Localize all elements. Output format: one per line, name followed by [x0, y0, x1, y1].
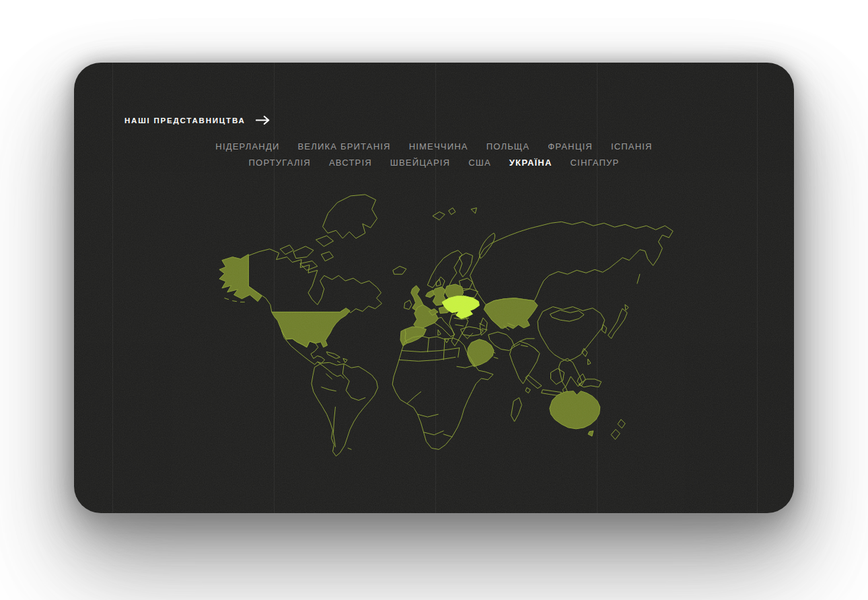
- map-region-tasmania[interactable]: [588, 431, 593, 436]
- country-tab-germany[interactable]: НІМЕЧЧИНА: [409, 141, 468, 152]
- map-region-australia[interactable]: [550, 391, 600, 429]
- map-region-ukraine-highlighted[interactable]: [442, 296, 479, 319]
- page-title: НАШІ ПРЕДСТАВНИЦТВА: [124, 116, 246, 125]
- country-tab-ukraine[interactable]: УКРАЇНА: [509, 158, 552, 168]
- arrow-right-icon: [256, 115, 270, 125]
- country-tab-austria[interactable]: АВСТРІЯ: [329, 158, 372, 168]
- map-outline-arctic-islands: [281, 208, 495, 275]
- map-outline-china: [538, 307, 605, 362]
- offices-header-link[interactable]: НАШІ ПРЕДСТАВНИЦТВА: [124, 115, 270, 125]
- country-nav-row-2: ПОРТУГАЛІЯАВСТРІЯШВЕЙЦАРІЯСШАУКРАЇНАСІНГ…: [249, 158, 620, 168]
- country-tab-switzerland[interactable]: ШВЕЙЦАРІЯ: [390, 158, 450, 168]
- map-outline-madagascar: [511, 398, 522, 422]
- map-outline-sakhalin: [637, 274, 640, 284]
- map-outline-greenland: [323, 195, 377, 238]
- country-tab-netherlands[interactable]: НІДЕРЛАНДИ: [215, 141, 279, 152]
- map-outline-canada: [248, 249, 382, 313]
- map-outline-south-america: [312, 362, 378, 456]
- country-tab-usa[interactable]: США: [468, 158, 491, 168]
- page-background: НАШІ ПРЕДСТАВНИЦТВА НІДЕРЛАНДИВЕЛИКА БРИ…: [0, 0, 868, 600]
- offices-panel: НАШІ ПРЕДСТАВНИЦТВА НІДЕРЛАНДИВЕЛИКА БРИ…: [74, 63, 794, 513]
- map-region-saudi-arabia[interactable]: [468, 339, 494, 366]
- grid-line-1: [112, 63, 113, 513]
- map-outline-caribbean: [327, 352, 348, 363]
- map-outline-south-america-borders: [322, 364, 365, 449]
- country-tab-spain[interactable]: ІСПАНІЯ: [611, 141, 653, 152]
- map-outline-sri-lanka: [526, 388, 530, 393]
- country-nav-row-1: НІДЕРЛАНДИВЕЛИКА БРИТАНІЯНІМЕЧЧИНАПОЛЬЩА…: [215, 141, 652, 152]
- map-region-kazakhstan[interactable]: [484, 298, 538, 329]
- map-outline-mongolia: [550, 310, 584, 321]
- map-outline-japan: [608, 305, 629, 339]
- map-region-france[interactable]: [414, 305, 438, 329]
- map-region-alaska[interactable]: [219, 255, 262, 302]
- country-tab-poland[interactable]: ПОЛЬЩА: [486, 141, 530, 152]
- map-region-spain[interactable]: [405, 327, 427, 343]
- grid-line-5: [757, 63, 758, 513]
- country-tab-france[interactable]: ФРАНЦІЯ: [548, 141, 593, 152]
- map-outline-russia: [470, 222, 674, 304]
- map-outline-new-zealand: [611, 420, 625, 440]
- country-tab-singapore[interactable]: СІНГАПУР: [570, 158, 619, 168]
- country-nav: НІДЕРЛАНДИВЕЛИКА БРИТАНІЯНІМЕЧЧИНАПОЛЬЩА…: [74, 141, 794, 168]
- world-map: [215, 186, 680, 475]
- map-outline-india: [510, 341, 540, 384]
- country-tab-great-britain[interactable]: ВЕЛИКА БРИТАНІЯ: [297, 141, 390, 152]
- map-outline-africa-borders: [399, 338, 474, 437]
- country-tab-portugal[interactable]: ПОРТУГАЛІЯ: [249, 158, 311, 168]
